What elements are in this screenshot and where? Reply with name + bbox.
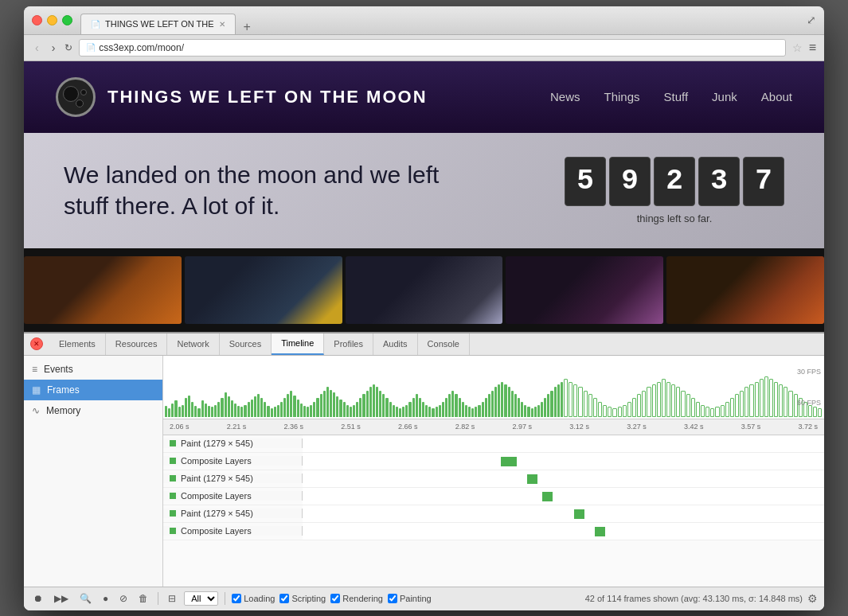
crater-icon [80, 89, 87, 96]
active-tab[interactable]: 📄 THINGS WE LEFT ON THE ✕ [80, 14, 236, 34]
event-timeline [303, 435, 824, 452]
filter-scripting-checkbox[interactable] [279, 594, 289, 603]
fps-bar [725, 402, 729, 417]
filter-painting-label[interactable]: Painting [388, 594, 432, 603]
thumbnail-4[interactable] [506, 256, 663, 324]
fps-bar [425, 405, 428, 417]
nav-link-stuff[interactable]: Stuff [664, 90, 689, 103]
filter-rendering-label[interactable]: Rendering [330, 594, 383, 603]
fps-bar [376, 387, 378, 416]
fps-bar [573, 384, 577, 417]
devtools-tab-bar: ✕ Elements Resources Network Sources Tim… [24, 333, 824, 356]
fps-bar [188, 396, 190, 417]
fps-60-label: 60 FPS [797, 399, 821, 407]
trash-button[interactable]: 🗑 [135, 591, 151, 606]
fps-bar [537, 405, 540, 417]
frames-icon: ▦ [32, 384, 41, 396]
filter-painting-checkbox[interactable] [388, 594, 397, 603]
filter-rendering-checkbox[interactable] [330, 594, 340, 603]
filter-loading-label[interactable]: Loading [232, 594, 275, 603]
devtools-close-button[interactable]: ✕ [30, 337, 43, 350]
lines-button[interactable]: ⊟ [165, 591, 179, 606]
refresh-button[interactable]: ↻ [64, 42, 72, 53]
settings-icon[interactable]: ⚙ [807, 592, 818, 605]
tab-resources[interactable]: Resources [106, 333, 168, 355]
fps-bar [287, 394, 289, 416]
fps-bar [471, 408, 474, 416]
tab-elements[interactable]: Elements [49, 333, 106, 355]
fps-bar [313, 402, 315, 417]
fps-bar [382, 394, 385, 416]
fps-bar [442, 402, 444, 417]
thumbnail-2[interactable] [185, 256, 342, 324]
digit-3: 3 [698, 157, 740, 206]
fps-bar [300, 404, 303, 417]
fps-bar [182, 405, 184, 417]
window-expand-icon[interactable]: ⤢ [807, 14, 816, 26]
url-bar[interactable]: 📄 css3exp.com/moon/ [79, 39, 785, 57]
thumbnail-3[interactable] [346, 256, 503, 324]
nav-link-things[interactable]: Things [604, 90, 639, 103]
tab-network[interactable]: Network [167, 333, 219, 355]
fps-bar [439, 405, 441, 417]
time-mark: 3.57 s [741, 423, 761, 431]
fps-bar [603, 405, 607, 417]
nav-links: News Things Stuff Junk About [550, 90, 792, 103]
events-list: Paint (1279 × 545) Composite Layers [163, 435, 824, 587]
fps-bar [362, 394, 365, 416]
fps-bar [779, 384, 783, 417]
record-button[interactable]: ⏺ [30, 591, 46, 606]
tab-console[interactable]: Console [418, 333, 470, 355]
fps-bar [214, 405, 217, 417]
search-button[interactable]: 🔍 [76, 591, 95, 606]
tab-sources[interactable]: Sources [220, 333, 272, 355]
fps-bar [234, 404, 236, 417]
fps-bar [191, 402, 193, 417]
minimize-button[interactable] [47, 15, 57, 25]
clear-button[interactable]: ▶▶ [51, 591, 72, 606]
hero-text: We landed on the moon and we left stuff … [64, 159, 462, 221]
sidebar-item-memory[interactable]: ∿ Memory [24, 400, 162, 421]
sidebar-item-events[interactable]: ≡ Events [24, 359, 162, 380]
tab-close-icon[interactable]: ✕ [219, 20, 225, 29]
nav-link-junk[interactable]: Junk [712, 90, 737, 103]
event-timeline [303, 505, 824, 522]
tab-audits[interactable]: Audits [373, 333, 418, 355]
bookmark-icon[interactable]: ☆ [792, 41, 803, 54]
fps-bar [208, 406, 210, 417]
color-indicator [170, 510, 176, 517]
sidebar-item-frames[interactable]: ▦ Frames [24, 380, 162, 400]
fps-bar [612, 408, 616, 416]
new-tab-button[interactable]: + [239, 20, 256, 34]
fps-bar [666, 382, 670, 417]
tab-profiles[interactable]: Profiles [324, 333, 373, 355]
thumbnail-1[interactable] [24, 256, 182, 324]
fps-bar [257, 394, 260, 416]
nav-link-about[interactable]: About [761, 90, 792, 103]
tab-timeline[interactable]: Timeline [272, 333, 324, 355]
hero-section: We landed on the moon and we left stuff … [24, 133, 824, 248]
filter-loading-checkbox[interactable] [232, 594, 241, 603]
filter-select[interactable]: All [184, 591, 218, 606]
table-row: Paint (1279 × 545) [163, 470, 824, 488]
fps-bar [511, 391, 514, 416]
browser-menu-icon[interactable]: ≡ [809, 41, 816, 55]
fps-bar [211, 407, 213, 416]
back-button[interactable]: ‹ [32, 40, 42, 56]
circle-button[interactable]: ● [100, 591, 111, 606]
fps-bar [534, 407, 537, 416]
fps-bar [303, 406, 306, 417]
thumbnail-5[interactable] [666, 256, 824, 324]
fps-bar [578, 387, 582, 416]
filter-loading-text: Loading [244, 594, 275, 603]
close-button[interactable] [32, 15, 42, 25]
forward-button[interactable]: › [49, 40, 59, 56]
stats-text: 42 of 114 frames shown (avg: 43.130 ms, … [585, 594, 803, 603]
maximize-button[interactable] [62, 15, 72, 25]
fps-bar [662, 379, 666, 416]
block-button[interactable]: ⊘ [116, 591, 131, 606]
fps-bar [710, 408, 714, 416]
fps-chart: 30 FPS 60 FPS [163, 356, 824, 419]
filter-scripting-label[interactable]: Scripting [279, 594, 326, 603]
nav-link-news[interactable]: News [550, 90, 580, 103]
